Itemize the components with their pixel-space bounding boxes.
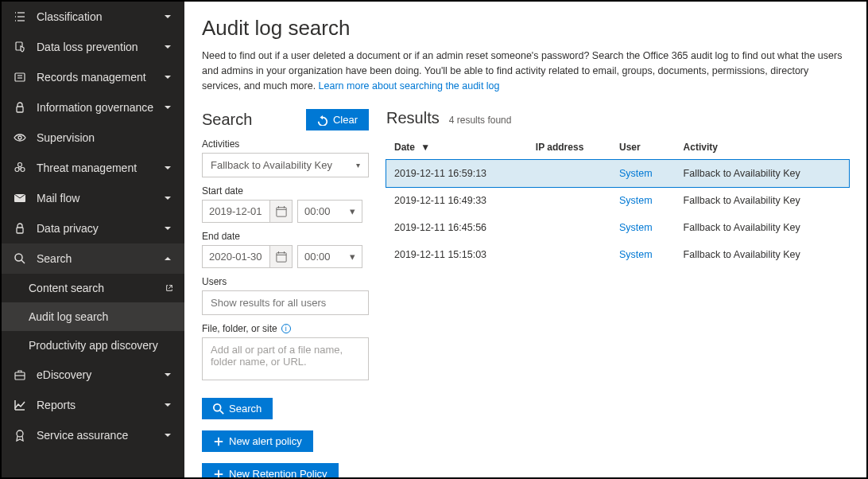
users-input[interactable]: [202, 290, 369, 315]
search-panel: Search Clear Activities Fallback to Avai…: [202, 109, 369, 477]
sidebar-item-data-loss-prevention[interactable]: Data loss prevention: [2, 32, 184, 62]
sidebar-item-threat-management[interactable]: Threat management: [2, 153, 184, 183]
svg-rect-7: [15, 73, 25, 81]
results-title: Results: [386, 109, 440, 127]
sidebar-subitem-audit-log-search[interactable]: Audit log search: [2, 302, 184, 331]
chart-icon: [13, 398, 27, 412]
cell-user[interactable]: System: [611, 241, 676, 268]
table-row[interactable]: 2019-12-11 15:15:03SystemFallback to Ava…: [386, 241, 849, 268]
activities-dropdown[interactable]: Fallback to Availability Key ▾: [202, 153, 369, 177]
sidebar-item-label: Data loss prevention: [37, 41, 162, 53]
info-icon[interactable]: i: [281, 324, 291, 333]
cell-ip: [528, 214, 611, 241]
main-content: Audit log search Need to find out if a u…: [184, 2, 866, 477]
sidebar-item-reports[interactable]: Reports: [2, 390, 184, 420]
sidebar-item-classification[interactable]: Classification: [2, 2, 184, 32]
cell-activity: Fallback to Availability Key: [676, 187, 849, 214]
chevron-down-icon: [162, 72, 173, 83]
sidebar-item-records-management[interactable]: Records management: [2, 62, 184, 92]
sidebar-item-information-governance[interactable]: Information governance: [2, 92, 184, 123]
new-alert-policy-label: New alert policy: [229, 435, 302, 447]
svg-point-11: [18, 136, 21, 139]
column-date[interactable]: Date ▼: [386, 135, 528, 160]
sidebar: ClassificationData loss preventionRecord…: [2, 2, 184, 477]
cell-user[interactable]: System: [611, 187, 676, 214]
clear-button[interactable]: Clear: [306, 109, 369, 130]
svg-rect-30: [276, 253, 285, 262]
biohazard-icon: [13, 161, 27, 175]
cell-user[interactable]: System: [611, 160, 676, 188]
file-input[interactable]: Add all or part of a file name, folder n…: [202, 337, 369, 380]
table-row[interactable]: 2019-12-11 16:45:56SystemFallback to Ava…: [386, 214, 849, 241]
activities-label: Activities: [202, 138, 369, 150]
new-alert-policy-button[interactable]: New alert policy: [202, 430, 313, 452]
sidebar-item-label: Mail flow: [37, 192, 162, 204]
sidebar-item-mail-flow[interactable]: Mail flow: [2, 183, 184, 213]
sidebar-item-label: Supervision: [37, 131, 173, 144]
svg-rect-17: [17, 228, 23, 233]
chevron-down-icon: [162, 430, 173, 441]
cell-ip: [528, 187, 611, 214]
column-activity[interactable]: Activity: [676, 135, 849, 160]
new-retention-policy-button[interactable]: New Retention Policy: [202, 463, 339, 477]
sidebar-item-supervision[interactable]: Supervision: [2, 123, 184, 153]
page-title: Audit log search: [202, 16, 849, 41]
page-description-text: Need to find out if a user deleted a doc…: [202, 50, 842, 92]
sidebar-subitem-content-search[interactable]: Content search: [2, 274, 184, 302]
results-count: 4 results found: [449, 115, 512, 126]
svg-point-34: [214, 404, 221, 411]
learn-more-link[interactable]: Learn more about searching the audit log: [319, 80, 500, 92]
sidebar-subitem-productivity-app-discovery[interactable]: Productivity app discovery: [2, 331, 184, 360]
file-label: File, folder, or site i: [202, 323, 369, 334]
search-title: Search: [202, 111, 252, 129]
cell-ip: [528, 160, 611, 188]
sidebar-item-service-assurance[interactable]: Service assurance: [2, 420, 184, 450]
end-date-calendar-button[interactable]: [270, 245, 293, 268]
start-date-input[interactable]: 2019-12-01: [202, 200, 270, 223]
svg-line-35: [220, 411, 223, 414]
sidebar-item-label: Information governance: [37, 101, 162, 114]
shield-doc-icon: [13, 40, 27, 54]
sidebar-item-label: Classification: [37, 10, 162, 23]
column-ip[interactable]: IP address: [528, 135, 611, 160]
cell-activity: Fallback to Availability Key: [676, 160, 849, 188]
svg-point-13: [18, 163, 22, 167]
sidebar-item-label: eDiscovery: [37, 368, 162, 381]
sidebar-item-ediscovery[interactable]: eDiscovery: [2, 360, 184, 390]
sidebar-item-search[interactable]: Search: [2, 243, 184, 274]
search-icon: [213, 403, 224, 415]
svg-point-14: [15, 168, 19, 172]
clear-button-label: Clear: [333, 114, 358, 126]
cell-date: 2019-12-11 16:45:56: [386, 214, 528, 241]
sidebar-item-data-privacy[interactable]: Data privacy: [2, 213, 184, 243]
users-text-field[interactable]: [211, 297, 360, 309]
cell-date: 2019-12-11 16:59:13: [386, 160, 528, 188]
end-date-input[interactable]: 2020-01-30: [202, 245, 270, 268]
svg-line-19: [21, 260, 25, 263]
sidebar-item-label: Threat management: [37, 162, 162, 174]
new-retention-policy-label: New Retention Policy: [229, 468, 327, 477]
chevron-down-icon: ▾: [356, 161, 360, 169]
svg-point-15: [21, 168, 25, 172]
lock-icon: [13, 221, 27, 236]
results-panel: Results 4 results found Date ▼ IP addres…: [386, 109, 849, 477]
table-row[interactable]: 2019-12-11 16:49:33SystemFallback to Ava…: [386, 187, 849, 214]
undo-icon: [317, 115, 328, 126]
table-row[interactable]: 2019-12-11 16:59:13SystemFallback to Ava…: [386, 160, 849, 188]
mail-icon: [13, 191, 27, 205]
records-icon: [13, 70, 27, 84]
chevron-down-icon: [162, 223, 173, 234]
start-date-calendar-button[interactable]: [270, 200, 293, 223]
results-table: Date ▼ IP address User Activity 2019-12-…: [386, 135, 849, 268]
eye-icon: [13, 130, 27, 145]
plus-icon: [213, 469, 224, 477]
cell-user[interactable]: System: [611, 214, 676, 241]
start-time-select[interactable]: 00:00 ▾: [297, 200, 362, 223]
column-user[interactable]: User: [611, 135, 676, 160]
end-time-value: 00:00: [304, 251, 331, 263]
lock-icon: [13, 100, 27, 115]
search-button[interactable]: Search: [202, 398, 273, 419]
end-time-select[interactable]: 00:00 ▾: [297, 245, 362, 268]
sort-desc-icon: ▼: [420, 142, 430, 153]
svg-rect-26: [276, 208, 285, 216]
